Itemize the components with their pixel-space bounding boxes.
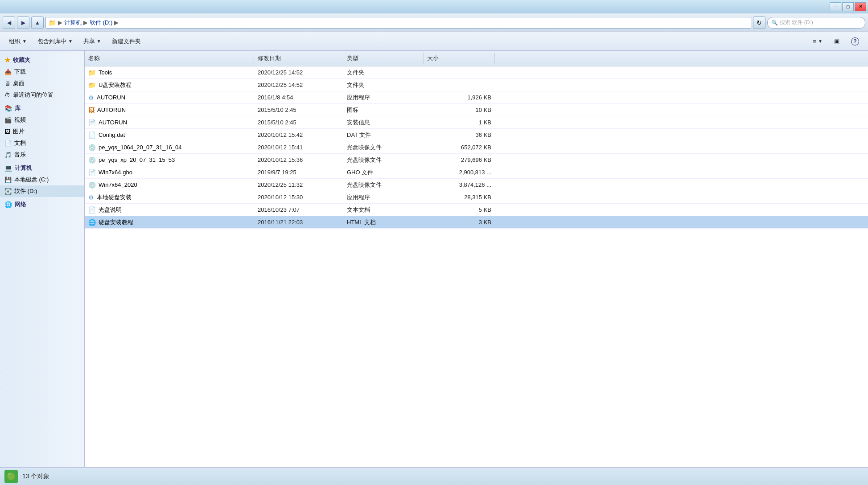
col-modified[interactable]: 修改日期 [254, 53, 343, 64]
library-icon: 📚 [4, 105, 12, 112]
file-name-cell: 📄Win7x64.gho [85, 169, 254, 176]
file-name-cell: 💿pe_yqs_xp_20_07_31_15_53 [85, 156, 254, 164]
file-size-cell: 652,072 KB [424, 144, 495, 151]
file-type-cell: GHO 文件 [343, 169, 424, 177]
view-icon: ≡ [813, 38, 817, 45]
file-date-cell: 2020/10/12 15:41 [254, 144, 343, 151]
computer-label: 计算机 [15, 164, 32, 172]
file-name-text: AUTORUN [99, 119, 127, 126]
include-button[interactable]: 包含到库中 ▼ [33, 35, 77, 48]
network-section: 🌐 网络 [0, 199, 84, 210]
path-computer[interactable]: 计算机 [64, 19, 82, 27]
path-drive[interactable]: 软件 (D:) [90, 19, 112, 27]
new-folder-button[interactable]: 新建文件夹 [107, 35, 145, 48]
table-row[interactable]: 📄AUTORUN2015/5/10 2:45安装信息1 KB [85, 116, 868, 129]
view-chevron: ▼ [818, 39, 823, 44]
file-name-cell: 💿Win7x64_2020 [85, 181, 254, 189]
organize-button[interactable]: 组织 ▼ [4, 35, 31, 48]
file-icon: 🌐 [88, 219, 96, 226]
computer-section: 💻 计算机 💾 本地磁盘 (C:) 💽 软件 (D:) [0, 162, 84, 197]
sidebar-item-pictures[interactable]: 🖼 图片 [0, 126, 84, 137]
refresh-button[interactable]: ↻ [753, 16, 765, 29]
file-name-cell: 📄Config.dat [85, 132, 254, 139]
table-row[interactable]: 🌐硬盘安装教程2016/11/21 22:03HTML 文档3 KB [85, 216, 868, 229]
file-icon: 📄 [88, 206, 96, 214]
desktop-label: 桌面 [13, 79, 25, 87]
file-name-text: U盘安装教程 [99, 81, 132, 89]
file-name-text: AUTORUN [97, 94, 125, 101]
table-row[interactable]: ⚙AUTORUN2016/1/8 4:54应用程序1,926 KB [85, 91, 868, 104]
file-name-text: 硬盘安装教程 [99, 218, 133, 226]
view-button[interactable]: ≡ ▼ [809, 35, 827, 48]
file-name-text: Tools [99, 69, 112, 76]
library-header: 📚 库 [0, 103, 84, 114]
sidebar-item-music[interactable]: 🎵 音乐 [0, 149, 84, 160]
search-box[interactable]: 🔍 搜索 软件 (D:) [767, 17, 865, 29]
table-row[interactable]: ⚙本地硬盘安装2020/10/12 15:30应用程序28,315 KB [85, 191, 868, 204]
help-icon: ? [851, 37, 859, 45]
file-icon: 📄 [88, 169, 96, 176]
address-path[interactable]: 📁 ▶ 计算机 ▶ 软件 (D:) ▶ [45, 17, 751, 29]
sidebar-item-recent[interactable]: ⏱ 最近访问的位置 [0, 89, 84, 101]
table-row[interactable]: 📄Win7x64.gho2019/9/7 19:25GHO 文件2,900,81… [85, 166, 868, 179]
file-type-cell: 文本文档 [343, 206, 424, 214]
pictures-label: 图片 [13, 127, 25, 136]
table-row[interactable]: 💿pe_yqs_xp_20_07_31_15_532020/10/12 15:3… [85, 154, 868, 166]
file-name-cell: 📁U盘安装教程 [85, 81, 254, 89]
sidebar-item-documents[interactable]: 📄 文档 [0, 137, 84, 149]
file-icon: 📄 [88, 119, 96, 126]
sidebar-item-drive-d[interactable]: 💽 软件 (D:) [0, 185, 84, 197]
file-name-text: 光盘说明 [99, 206, 122, 214]
title-bar: ─ □ ✕ [0, 0, 868, 13]
help-button[interactable]: ? [847, 35, 864, 48]
file-type-cell: 文件夹 [343, 81, 424, 89]
file-name-text: AUTORUN [97, 107, 126, 113]
file-icon: 💿 [88, 156, 96, 164]
table-row[interactable]: 🖼AUTORUN2015/5/10 2:45图标10 KB [85, 104, 868, 116]
sidebar-item-video[interactable]: 🎬 视频 [0, 114, 84, 126]
preview-icon: ▣ [834, 38, 839, 45]
video-icon: 🎬 [4, 117, 12, 123]
col-name[interactable]: 名称 [85, 53, 254, 64]
search-placeholder: 搜索 软件 (D:) [780, 19, 813, 26]
file-size-cell: 3 KB [424, 219, 495, 226]
file-icon: ⚙ [88, 94, 94, 101]
maximize-button[interactable]: □ [842, 2, 854, 11]
preview-button[interactable]: ▣ [830, 35, 844, 48]
file-name-cell: 💿pe_yqs_1064_20_07_31_16_04 [85, 144, 254, 151]
file-date-cell: 2020/10/12 15:36 [254, 156, 343, 163]
sidebar-item-desktop[interactable]: 🖥 桌面 [0, 78, 84, 89]
sidebar-item-download[interactable]: 📥 下载 [0, 66, 84, 78]
file-date-cell: 2016/10/23 7:07 [254, 206, 343, 213]
computer-header: 💻 计算机 [0, 162, 84, 174]
sidebar-item-drive-c[interactable]: 💾 本地磁盘 (C:) [0, 174, 84, 185]
file-date-cell: 2020/10/12 15:42 [254, 132, 343, 138]
table-row[interactable]: 📄Config.dat2020/10/12 15:42DAT 文件36 KB [85, 129, 868, 141]
file-date-cell: 2020/12/25 14:52 [254, 82, 343, 88]
file-list: 📁Tools2020/12/25 14:52文件夹📁U盘安装教程2020/12/… [85, 66, 868, 467]
up-button[interactable]: ▲ [31, 16, 44, 29]
file-size-cell: 5 KB [424, 206, 495, 213]
network-label: 网络 [15, 201, 26, 209]
table-row[interactable]: 💿Win7x64_20202020/12/25 11:32光盘映像文件3,874… [85, 179, 868, 191]
table-row[interactable]: 📁U盘安装教程2020/12/25 14:52文件夹 [85, 79, 868, 91]
share-button[interactable]: 共享 ▼ [79, 35, 106, 48]
drive-d-icon: 💽 [4, 188, 12, 195]
table-row[interactable]: 💿pe_yqs_1064_20_07_31_16_042020/10/12 15… [85, 141, 868, 154]
documents-icon: 📄 [4, 140, 12, 147]
table-row[interactable]: 📄光盘说明2016/10/23 7:07文本文档5 KB [85, 204, 868, 216]
col-size[interactable]: 大小 [424, 53, 495, 64]
file-type-cell: 安装信息 [343, 119, 424, 127]
documents-label: 文档 [14, 139, 26, 147]
file-date-cell: 2020/12/25 11:32 [254, 181, 343, 188]
close-button[interactable]: ✕ [855, 2, 866, 11]
back-button[interactable]: ◀ [3, 16, 15, 29]
file-name-cell: 📁Tools [85, 69, 254, 76]
forward-button[interactable]: ▶ [17, 16, 29, 29]
organize-label: 组织 [9, 37, 21, 45]
minimize-button[interactable]: ─ [830, 2, 841, 11]
file-type-cell: 光盘映像文件 [343, 156, 424, 164]
file-list-header: 名称 修改日期 类型 大小 [85, 51, 868, 66]
table-row[interactable]: 📁Tools2020/12/25 14:52文件夹 [85, 66, 868, 79]
col-type[interactable]: 类型 [343, 53, 424, 64]
